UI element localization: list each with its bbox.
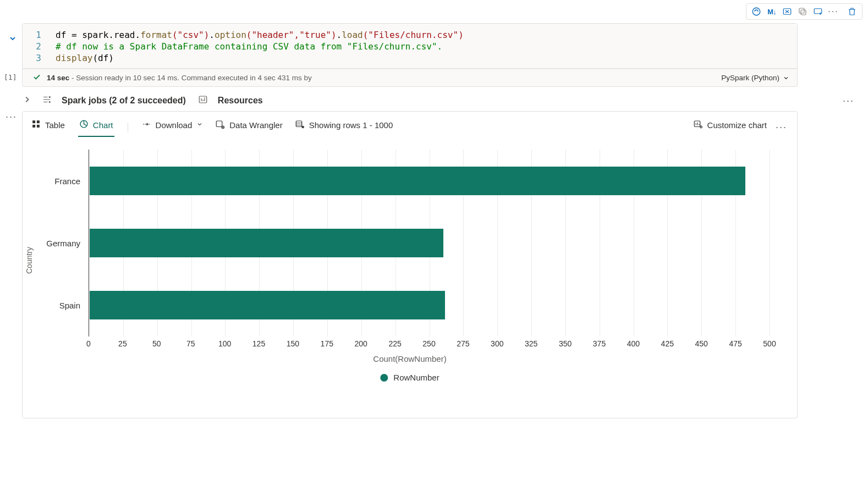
x-tick: 225 bbox=[388, 339, 401, 348]
bar-germany[interactable] bbox=[90, 229, 443, 257]
more-actions-icon[interactable]: ··· bbox=[826, 5, 840, 18]
code-cell[interactable]: 1 2 3 df = spark.read.format("csv").opti… bbox=[22, 23, 798, 69]
x-tick: 375 bbox=[593, 339, 606, 348]
svg-rect-2 bbox=[801, 10, 806, 15]
x-axis-title: Count(RowNumber) bbox=[373, 354, 446, 363]
success-check-icon bbox=[32, 73, 41, 83]
showing-rows-label: Showing rows 1 - 1000 bbox=[295, 119, 393, 135]
x-tick: 425 bbox=[661, 339, 674, 348]
download-menu[interactable]: Download bbox=[141, 120, 204, 135]
code-editor[interactable]: 1 2 3 df = spark.read.format("csv").opti… bbox=[23, 24, 797, 68]
data-wrangler-button[interactable]: Data Wrangler bbox=[215, 119, 282, 135]
svg-point-6 bbox=[49, 102, 50, 103]
chart-legend: RowNumber bbox=[380, 373, 439, 382]
x-tick: 450 bbox=[695, 339, 708, 348]
data-wrangler-icon bbox=[215, 119, 225, 131]
download-icon bbox=[141, 120, 151, 130]
accelerate-icon[interactable] bbox=[749, 5, 763, 18]
kernel-selector[interactable]: PySpark (Python) bbox=[721, 74, 789, 82]
x-tick: 400 bbox=[627, 339, 640, 348]
bar-spain[interactable] bbox=[90, 291, 445, 319]
y-axis-title: Country bbox=[25, 247, 34, 274]
cell-action-toolbar: M↓ ··· bbox=[746, 3, 862, 20]
svg-rect-11 bbox=[37, 125, 40, 128]
output-left-more-icon[interactable]: ··· bbox=[6, 111, 17, 123]
svg-rect-10 bbox=[32, 125, 35, 128]
table-icon bbox=[31, 119, 41, 130]
cell-index: [1] bbox=[4, 73, 17, 81]
chevron-down-icon bbox=[783, 75, 789, 81]
svg-rect-15 bbox=[296, 121, 302, 127]
cell-status-bar: 14 sec - Session ready in 10 sec 14 ms. … bbox=[22, 69, 798, 87]
bar-france[interactable] bbox=[90, 167, 745, 195]
x-tick: 350 bbox=[559, 339, 572, 348]
add-cell-below-icon[interactable] bbox=[811, 5, 825, 18]
plot-region: FranceGermanySpain bbox=[89, 150, 770, 336]
tab-table[interactable]: Table bbox=[30, 117, 66, 137]
resources-icon bbox=[198, 95, 208, 107]
copy-cell-icon[interactable] bbox=[795, 5, 810, 18]
clear-output-icon[interactable] bbox=[780, 5, 794, 18]
x-axis-ticks: 0255075100125150175200225250275300325350… bbox=[89, 339, 770, 350]
x-tick: 250 bbox=[422, 339, 435, 348]
legend-label: RowNumber bbox=[393, 373, 439, 382]
rows-icon bbox=[295, 119, 305, 131]
expand-jobs-icon[interactable] bbox=[23, 96, 31, 106]
info-row-more-icon[interactable]: ··· bbox=[843, 95, 854, 107]
source-code[interactable]: df = spark.read.format("csv").option("he… bbox=[56, 29, 789, 64]
chart-icon bbox=[79, 119, 89, 130]
spark-jobs-summary[interactable]: Spark jobs (2 of 2 succeeded) bbox=[62, 96, 186, 106]
x-tick: 125 bbox=[252, 339, 265, 348]
x-tick: 300 bbox=[491, 339, 503, 348]
x-tick: 325 bbox=[525, 339, 537, 348]
x-tick: 0 bbox=[86, 339, 91, 348]
x-tick: 100 bbox=[218, 339, 231, 348]
svg-point-18 bbox=[700, 126, 702, 128]
x-tick: 175 bbox=[321, 339, 333, 348]
status-text: 14 sec - Session ready in 10 sec 14 ms. … bbox=[47, 74, 312, 82]
x-tick: 75 bbox=[186, 339, 195, 348]
output-more-icon[interactable]: ··· bbox=[776, 122, 787, 133]
chevron-down-icon bbox=[196, 121, 203, 129]
category-label: Spain bbox=[59, 301, 80, 310]
customize-icon bbox=[693, 119, 703, 131]
spark-jobs-icon bbox=[42, 95, 52, 107]
line-numbers: 1 2 3 bbox=[32, 29, 56, 64]
svg-rect-8 bbox=[32, 120, 35, 123]
x-tick: 200 bbox=[355, 339, 367, 348]
chart-area: Country FranceGermanySpain 0255075100125… bbox=[34, 150, 786, 408]
x-tick: 475 bbox=[729, 339, 741, 348]
x-tick: 500 bbox=[763, 339, 776, 348]
svg-rect-17 bbox=[694, 121, 700, 127]
x-tick: 150 bbox=[287, 339, 299, 348]
x-tick: 25 bbox=[118, 339, 127, 348]
category-label: Germany bbox=[46, 239, 80, 248]
x-tick: 275 bbox=[457, 339, 469, 348]
svg-rect-9 bbox=[37, 120, 40, 123]
svg-point-0 bbox=[752, 8, 760, 15]
svg-rect-13 bbox=[217, 121, 223, 127]
delete-cell-icon[interactable] bbox=[845, 5, 859, 18]
category-label: France bbox=[54, 176, 80, 185]
tab-chart[interactable]: Chart bbox=[78, 117, 114, 137]
convert-to-markdown-button[interactable]: M↓ bbox=[765, 5, 779, 18]
svg-rect-3 bbox=[799, 8, 804, 13]
legend-swatch bbox=[380, 374, 388, 382]
output-toolbar: Table Chart Download bbox=[23, 112, 797, 137]
customize-chart-button[interactable]: Customize chart bbox=[693, 119, 767, 135]
collapse-cell-icon[interactable] bbox=[8, 34, 17, 45]
x-tick: 50 bbox=[152, 339, 161, 348]
svg-point-5 bbox=[49, 97, 50, 98]
output-panel: Table Chart Download bbox=[22, 111, 798, 418]
resources-link[interactable]: Resources bbox=[218, 96, 263, 106]
